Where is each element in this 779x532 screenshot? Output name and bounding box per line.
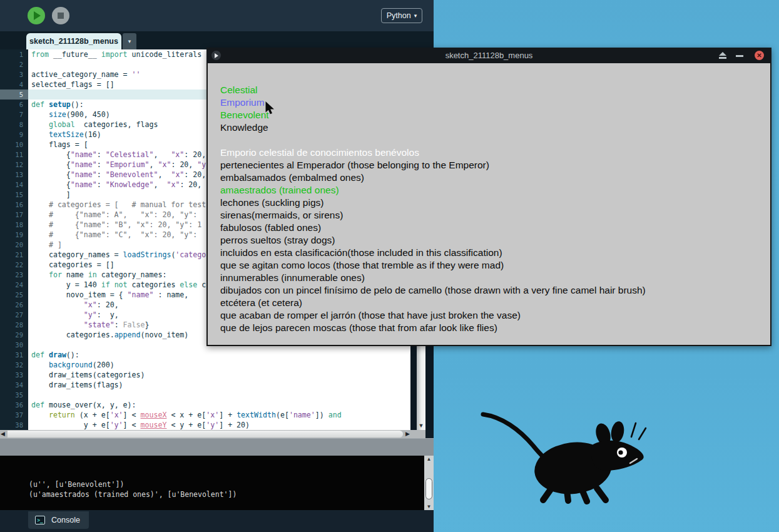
sketch-flag-item[interactable]: Knowledge xyxy=(220,121,269,134)
sketch-category-item[interactable]: etcétera (et cetera) xyxy=(220,297,646,309)
scroll-up-icon[interactable]: ▲ xyxy=(424,456,434,462)
sketch-flag-list: CelestialEmporiumBenevolentKnowledge xyxy=(220,84,269,134)
code-line: 38 y + e['y'] < mouseY < y + e['y'] + 20… xyxy=(0,420,410,430)
sketch-category-item[interactable]: fabulosos (fabled ones) xyxy=(220,222,646,234)
sketch-window: sketch_211128b_menus ✕ CelestialEmporium… xyxy=(206,48,771,346)
mode-label: Python xyxy=(387,11,411,20)
code-line: 33 draw_items(categories) xyxy=(0,370,410,380)
xfce-mouse-logo xyxy=(474,396,662,505)
code-line: 31def draw(): xyxy=(0,350,410,360)
sketch-category-item[interactable]: innumerables (innumerable ones) xyxy=(220,272,646,284)
code-line: 35 xyxy=(0,390,410,400)
stop-button[interactable] xyxy=(52,7,69,24)
editor-horizontal-scrollbar[interactable]: ◀ ▶ xyxy=(0,430,425,438)
ide-bottom-bar: >_ Console xyxy=(0,510,434,532)
scroll-right-icon[interactable]: ▶ xyxy=(405,430,410,438)
sketch-canvas: CelestialEmporiumBenevolentKnowledge Emp… xyxy=(208,63,770,345)
console-scroll-thumb[interactable] xyxy=(425,478,432,499)
chevron-down-icon: ▾ xyxy=(414,13,417,19)
scroll-down-icon[interactable]: ▼ xyxy=(417,422,425,429)
chevron-down-icon: ▾ xyxy=(128,38,131,44)
scroll-down-icon[interactable]: ▼ xyxy=(424,504,434,509)
sketch-category-item[interactable]: pertenecientes al Emperador (those belon… xyxy=(220,159,646,171)
hscroll-thumb[interactable] xyxy=(8,431,403,437)
sketch-category-list: Emporio celestial de conocimientos benév… xyxy=(220,146,646,334)
tab-title: sketch_211128b_menus xyxy=(29,37,118,46)
play-icon xyxy=(34,11,41,20)
sketch-category-item[interactable]: que acaban de romper el jarrón (those th… xyxy=(220,309,646,322)
tab-sketch[interactable]: sketch_211128b_menus xyxy=(26,33,121,49)
sketch-category-item[interactable]: embalsamados (embalmed ones) xyxy=(220,171,646,184)
scroll-left-icon[interactable]: ◀ xyxy=(1,430,5,438)
console-line: (u'amaestrados (trained ones)', [u'Benev… xyxy=(29,489,237,499)
mouse-cursor-icon xyxy=(265,101,275,115)
console-output: (u'', [u'Benevolent'])(u'amaestrados (tr… xyxy=(0,456,424,510)
code-line: 36def mouse_over(x, y, e): xyxy=(0,400,410,410)
ide-toolbar: Python ▾ xyxy=(0,0,434,31)
sketch-flag-item[interactable]: Emporium xyxy=(220,96,269,109)
sketch-flag-item[interactable]: Celestial xyxy=(220,84,269,96)
mode-selector-button[interactable]: Python ▾ xyxy=(381,8,422,23)
console-scrollbar[interactable]: ▲ ▼ xyxy=(424,456,434,510)
sketch-category-item[interactable]: amaestrados (trained ones) xyxy=(220,184,646,197)
sketch-category-item[interactable]: perros sueltos (stray dogs) xyxy=(220,234,646,247)
sketch-category-item[interactable]: que de lejos parecen moscas (those that … xyxy=(220,322,646,334)
sketch-category-item[interactable]: Emporio celestial de conocimientos benév… xyxy=(220,146,646,159)
terminal-icon: >_ xyxy=(35,516,45,524)
tab-menu-button[interactable]: ▾ xyxy=(123,33,136,49)
run-button[interactable] xyxy=(28,7,45,24)
console-lines: (u'', [u'Benevolent'])(u'amaestrados (tr… xyxy=(29,479,237,499)
console-tab[interactable]: >_ Console xyxy=(28,511,89,529)
code-line: 34 draw_items(flags) xyxy=(0,380,410,390)
editor-tab-bar: sketch_211128b_menus ▾ xyxy=(0,31,434,49)
console-line: (u'', [u'Benevolent']) xyxy=(29,479,237,489)
sketch-category-item[interactable]: incluidos en esta clasificación(those in… xyxy=(220,247,646,259)
code-line: 37 return (x + e['x'] < mouseX < x + e['… xyxy=(0,410,410,420)
sketch-window-title: sketch_211128b_menus xyxy=(206,48,771,63)
sketch-category-item[interactable]: lechones (suckling pigs) xyxy=(220,197,646,209)
sketch-category-item[interactable]: que se agitan como locos (those that tre… xyxy=(220,259,646,272)
sketch-category-item[interactable]: dibujados con un pincel finísimo de pelo… xyxy=(220,284,646,297)
sketch-flag-item[interactable]: Benevolent xyxy=(220,109,269,121)
sketch-titlebar[interactable]: sketch_211128b_menus ✕ xyxy=(206,48,771,63)
minimize-icon[interactable] xyxy=(736,55,743,57)
sketch-category-item[interactable]: sirenas(mermaids, or sirens) xyxy=(220,209,646,222)
console-tab-label: Console xyxy=(51,516,80,524)
close-icon[interactable]: ✕ xyxy=(755,51,764,60)
shade-window-icon[interactable] xyxy=(718,51,727,59)
message-bar: ↵ ◁ xyxy=(0,438,434,456)
code-line: 32 background(200) xyxy=(0,360,410,370)
stop-icon xyxy=(58,13,64,19)
